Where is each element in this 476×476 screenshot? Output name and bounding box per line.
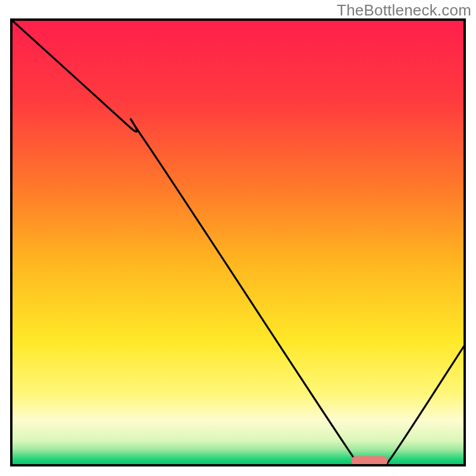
- chart-background: [11, 20, 465, 465]
- chart-stage: TheBottleneck.com: [0, 0, 476, 476]
- bottleneck-chart: [0, 0, 476, 476]
